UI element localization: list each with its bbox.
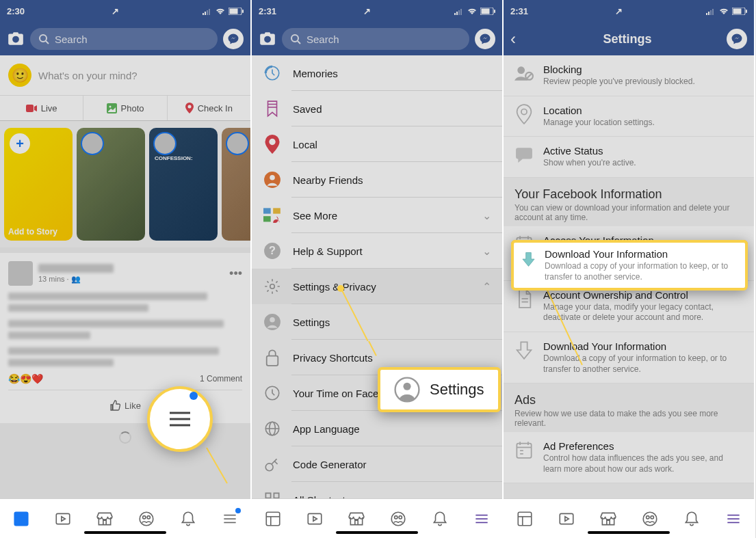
setting-active-status[interactable]: Active StatusShow when you're active. xyxy=(504,137,754,178)
tab-menu[interactable] xyxy=(725,510,742,528)
tab-groups[interactable] xyxy=(389,510,407,528)
menu-saved[interactable]: Saved xyxy=(252,91,502,126)
tab-feed[interactable] xyxy=(12,510,30,528)
post-avatar[interactable] xyxy=(8,261,33,286)
messenger-icon[interactable] xyxy=(727,29,747,49)
svg-rect-32 xyxy=(494,10,495,13)
svg-line-8 xyxy=(46,41,49,44)
section-ads: Ads Review how we use data to make the a… xyxy=(504,384,754,432)
menu-local[interactable]: Local xyxy=(252,126,502,162)
menu-code-generator[interactable]: Code Generator xyxy=(252,446,502,482)
phone-screenshot-2: 2:31 ↗ Memories Saved Local Nearby Frien… xyxy=(252,0,504,538)
setting-ad-preferences[interactable]: Ad PreferencesControl how data influence… xyxy=(504,432,754,483)
svg-point-38 xyxy=(269,139,275,145)
svg-point-33 xyxy=(291,35,298,42)
tab-marketplace[interactable] xyxy=(599,510,617,528)
messenger-icon[interactable] xyxy=(223,29,244,49)
home-indicator xyxy=(84,531,166,534)
post-author[interactable] xyxy=(38,264,114,273)
svg-point-46 xyxy=(270,284,275,289)
tab-groups[interactable] xyxy=(641,510,659,528)
menu-settings-privacy[interactable]: Settings & Privacy⌃ xyxy=(252,269,502,304)
composer-actions: Live Photo Check In xyxy=(0,95,250,121)
svg-rect-77 xyxy=(733,9,742,14)
svg-rect-56 xyxy=(274,493,278,498)
setting-blocking[interactable]: BlockingReview people you've previously … xyxy=(504,55,754,96)
svg-rect-28 xyxy=(458,10,460,15)
composer[interactable]: 🙂 What's on your mind? xyxy=(0,55,250,95)
reactions-icons[interactable]: 😂😍❤️ xyxy=(8,373,43,384)
svg-point-65 xyxy=(394,515,397,518)
search-input[interactable] xyxy=(55,33,209,45)
svg-rect-95 xyxy=(518,512,532,526)
user-avatar: 🙂 xyxy=(8,64,31,87)
tab-notifications[interactable] xyxy=(431,510,449,528)
comment-count[interactable]: 1 Comment xyxy=(200,374,242,384)
camera-icon[interactable] xyxy=(7,30,25,48)
tab-marketplace[interactable] xyxy=(348,510,365,528)
tab-menu[interactable] xyxy=(221,510,239,528)
menu-all-shortcuts[interactable]: All Shortcuts xyxy=(252,482,502,498)
story-item[interactable] xyxy=(222,128,250,241)
svg-point-79 xyxy=(517,66,525,74)
search-input[interactable] xyxy=(307,33,461,45)
back-button[interactable]: ‹ xyxy=(510,29,528,49)
home-indicator xyxy=(336,531,418,534)
svg-rect-89 xyxy=(517,444,531,458)
svg-point-40 xyxy=(270,175,275,180)
add-story[interactable]: + Add to Story xyxy=(4,128,73,241)
tab-watch[interactable] xyxy=(558,510,575,528)
tab-feed[interactable] xyxy=(516,510,534,528)
app-header xyxy=(0,23,250,55)
tab-watch[interactable] xyxy=(54,510,72,528)
menu-app-language[interactable]: App Language xyxy=(252,411,502,446)
status-time: 2:31 xyxy=(259,6,276,16)
phone-screenshot-3: 2:31 ↗ ‹ Settings BlockingReview people … xyxy=(504,0,755,538)
status-bar: 2:31 ↗ xyxy=(252,0,502,23)
post-time: 13 mins · 👥 xyxy=(38,275,224,284)
story-item[interactable] xyxy=(77,128,145,241)
svg-point-99 xyxy=(643,512,657,526)
tab-marketplace[interactable] xyxy=(96,510,114,528)
menu-nearby[interactable]: Nearby Friends xyxy=(252,162,502,198)
search-box[interactable] xyxy=(30,28,218,50)
svg-rect-42 xyxy=(273,208,281,213)
camera-icon[interactable] xyxy=(259,30,276,48)
story-item[interactable]: CONFESSION: xyxy=(149,128,218,241)
svg-rect-5 xyxy=(230,9,238,14)
setting-location[interactable]: LocationManage your location settings. xyxy=(504,96,754,137)
checkin-button[interactable]: Check In xyxy=(168,96,250,120)
tab-menu[interactable] xyxy=(473,510,491,528)
bottom-tabs xyxy=(0,498,250,538)
svg-rect-9 xyxy=(26,105,34,112)
status-bar: 2:31 ↗ xyxy=(504,0,754,23)
tab-feed[interactable] xyxy=(264,510,282,528)
svg-rect-1 xyxy=(205,12,206,15)
menu-help[interactable]: ?Help & Support⌄ xyxy=(252,233,502,269)
search-box[interactable] xyxy=(282,28,469,50)
tab-watch[interactable] xyxy=(306,510,324,528)
tab-notifications[interactable] xyxy=(683,510,701,528)
svg-rect-31 xyxy=(482,9,490,14)
live-button[interactable]: Live xyxy=(0,96,83,120)
callout-download: Download Your Information Download a cop… xyxy=(511,240,748,291)
loading-spinner xyxy=(119,431,131,444)
status-time: 2:30 xyxy=(7,6,25,16)
messenger-icon[interactable] xyxy=(475,29,495,49)
setting-download-info[interactable]: Download Your InformationDownload a copy… xyxy=(504,332,754,384)
svg-point-100 xyxy=(646,515,649,518)
menu-seemore[interactable]: See More⌄ xyxy=(252,198,502,233)
menu-settings[interactable]: Settings xyxy=(252,304,502,340)
tab-groups[interactable] xyxy=(138,510,155,528)
stories-tray[interactable]: + Add to Story CONFESSION: xyxy=(0,121,250,247)
photo-button[interactable]: Photo xyxy=(83,96,167,120)
svg-line-34 xyxy=(298,41,300,44)
svg-rect-6 xyxy=(242,10,244,13)
post-more-button[interactable]: ••• xyxy=(229,267,242,281)
search-icon xyxy=(290,33,301,44)
svg-point-12 xyxy=(187,105,191,109)
menu-memories[interactable]: Memories xyxy=(252,55,502,91)
tab-notifications[interactable] xyxy=(179,510,197,528)
home-indicator xyxy=(588,531,670,534)
chevron-down-icon: ⌄ xyxy=(482,209,491,222)
